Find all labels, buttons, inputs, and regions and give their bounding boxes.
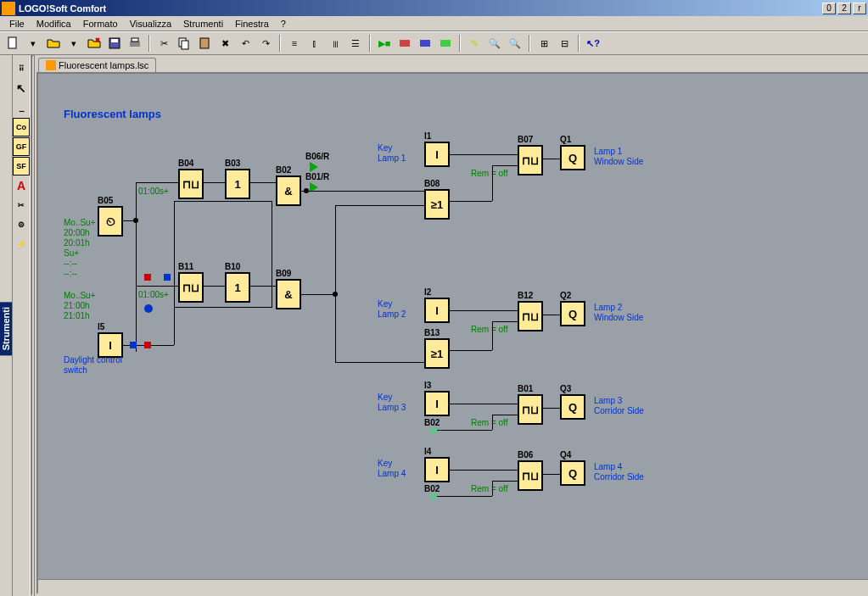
block-I3[interactable]: I <box>424 391 450 416</box>
wire <box>492 481 493 496</box>
block-I2[interactable]: I <box>424 298 450 323</box>
new-button[interactable] <box>3 34 22 53</box>
transfer-button[interactable] <box>395 34 414 53</box>
wire <box>204 286 225 287</box>
print-button[interactable] <box>126 34 144 53</box>
tree-panel[interactable]: -Costanti -Digitale Ingresso Stato 0(low… <box>31 55 34 596</box>
annotation: 01:00s+ <box>138 290 169 299</box>
sim-tool[interactable]: ⚙ <box>13 215 30 234</box>
block-label: B06 <box>518 450 533 460</box>
wire-tool[interactable]: ⎯ <box>13 98 30 117</box>
delete-button[interactable]: ✖ <box>216 34 234 53</box>
wire <box>272 201 272 307</box>
block-B13[interactable]: ≥1 <box>424 338 450 369</box>
tab-fluorescent-lamps[interactable]: Fluorescent lamps.lsc <box>38 58 156 72</box>
block-I1[interactable]: I <box>424 142 450 167</box>
block-label: B02 <box>276 165 291 175</box>
annotation: Rem = off <box>471 325 507 334</box>
svg-rect-3 <box>130 42 140 47</box>
grip-icon[interactable]: ⠿ <box>13 59 30 78</box>
transfer-button[interactable] <box>416 34 434 53</box>
block-B06[interactable]: ⊓⊔ <box>518 460 543 491</box>
cut-button[interactable]: ✂ <box>154 34 173 53</box>
undo-button[interactable]: ↶ <box>236 34 255 53</box>
block-B03[interactable]: 1 <box>225 169 250 199</box>
close-button[interactable]: r <box>853 3 866 14</box>
minimize-button[interactable]: 0 <box>822 3 836 14</box>
highlight-button[interactable]: ✎ <box>465 34 484 53</box>
block-label: Q3 <box>560 384 571 393</box>
menu-finestra[interactable]: Finestra <box>229 17 275 31</box>
align-button[interactable]: ⫿ <box>305 34 324 53</box>
menu-visualizza[interactable]: Visualizza <box>124 17 177 31</box>
menu-strumenti[interactable]: Strumenti <box>177 17 229 31</box>
close-file-button[interactable] <box>85 34 104 53</box>
block-B08[interactable]: ≥1 <box>424 189 450 220</box>
annotation: 20:01h <box>64 238 90 248</box>
toolbar: ▾ ▾ ✂ ✖ ↶ ↷ ≡ ⫿ ⫼ ☰ ▶■ ✎ 🔍 🔍 ⊞ ⊟ ↖? <box>0 31 868 55</box>
wire <box>450 470 518 471</box>
dropdown-icon[interactable]: ▾ <box>64 34 83 53</box>
annotation: 01:00s+ <box>138 187 169 196</box>
annotation: Lamp 1 <box>594 147 622 156</box>
paste-button[interactable] <box>195 34 214 53</box>
menu-file[interactable]: File <box>3 17 31 31</box>
block-I5[interactable]: I <box>98 332 123 358</box>
maximize-button[interactable]: 2 <box>837 3 851 14</box>
menu-formato[interactable]: Formato <box>77 17 124 31</box>
block-B01[interactable]: ⊓⊔ <box>518 394 543 425</box>
horizontal-scrollbar[interactable] <box>38 579 868 593</box>
pointer-tool[interactable] <box>13 79 30 97</box>
open-button[interactable] <box>44 34 63 53</box>
align-button[interactable]: ⫼ <box>326 34 344 53</box>
online-button[interactable] <box>436 34 455 53</box>
wire <box>492 165 518 166</box>
block-label: B01 <box>518 384 533 393</box>
side-tab-strumenti[interactable]: Strumenti <box>0 55 13 596</box>
block-B11[interactable]: ⊓⊔ <box>178 272 204 303</box>
context-help-button[interactable]: ↖? <box>584 34 602 53</box>
gf-tool[interactable]: GF <box>13 137 30 156</box>
block-B02[interactable]: & <box>276 175 301 206</box>
marker-icon <box>164 274 171 281</box>
test-tool[interactable]: ⚡ <box>13 235 30 253</box>
align-button[interactable]: ≡ <box>285 34 304 53</box>
block-Q4[interactable]: Q <box>560 460 585 486</box>
sf-tool[interactable]: SF <box>13 157 30 175</box>
redo-button[interactable]: ↷ <box>256 34 275 53</box>
tool-palette: ⠿ ⎯ Co GF SF A ✂ ⚙ ⚡ <box>13 55 31 596</box>
text-tool[interactable]: A <box>13 176 30 195</box>
block-B09[interactable]: & <box>276 279 301 309</box>
block-Q1[interactable]: Q <box>560 145 585 170</box>
annotation: Window Side <box>594 157 643 166</box>
menu-help[interactable]: ? <box>275 17 292 31</box>
cut-tool[interactable]: ✂ <box>13 196 30 214</box>
block-I4[interactable]: I <box>424 457 450 482</box>
dropdown-icon[interactable]: ▾ <box>24 34 42 53</box>
block-B07[interactable]: ⊓⊔ <box>518 145 543 175</box>
copy-button[interactable] <box>175 34 193 53</box>
menu-modifica[interactable]: Modifica <box>31 17 77 31</box>
block-B12[interactable]: ⊓⊔ <box>518 301 543 331</box>
zoom-in-button[interactable]: 🔍 <box>485 34 504 53</box>
layout-button[interactable]: ⊟ <box>555 34 574 53</box>
block-B04[interactable]: ⊓⊔ <box>178 169 204 199</box>
zoom-out-button[interactable]: 🔍 <box>506 34 524 53</box>
block-label: B13 <box>424 328 440 337</box>
wire-node <box>144 304 153 313</box>
block-B05[interactable]: ⏲ <box>98 206 123 237</box>
save-button[interactable] <box>105 34 124 53</box>
menubar: File Modifica Formato Visualizza Strumen… <box>0 16 868 31</box>
wire <box>301 294 335 295</box>
block-label: I1 <box>424 131 431 141</box>
run-button[interactable]: ▶■ <box>375 34 394 53</box>
block-label: B09 <box>276 269 291 278</box>
canvas[interactable]: Fluorescent lamps B05 ⏲ B04 ⊓⊔ B03 1 B02… <box>36 72 868 594</box>
grid-button[interactable]: ⊞ <box>535 34 553 53</box>
block-Q2[interactable]: Q <box>560 301 585 326</box>
block-B10[interactable]: 1 <box>225 272 250 303</box>
block-label: I3 <box>424 381 431 390</box>
co-tool[interactable]: Co <box>13 118 30 136</box>
block-Q3[interactable]: Q <box>560 394 585 420</box>
align-button[interactable]: ☰ <box>346 34 365 53</box>
